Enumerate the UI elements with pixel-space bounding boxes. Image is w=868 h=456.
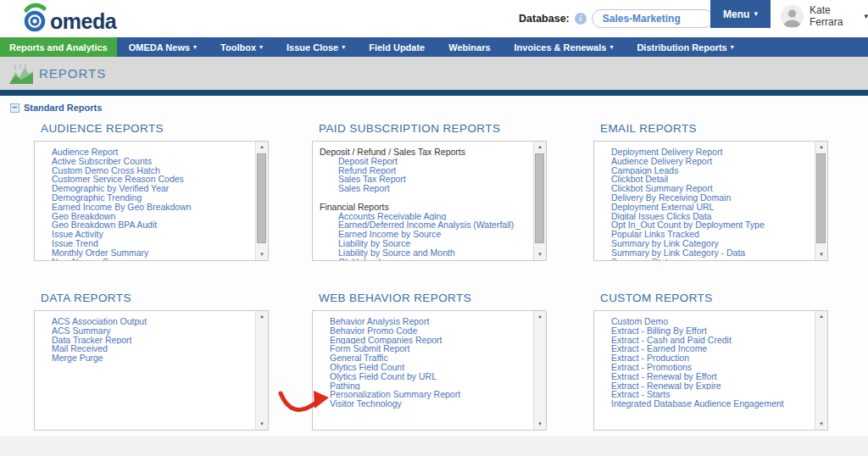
report-link[interactable]: Extract - Renewal by Effort bbox=[594, 372, 815, 381]
report-link[interactable]: Extract - Renewal by Expire bbox=[594, 381, 815, 391]
nav-item-reports-and-analytics[interactable]: Reports and Analytics bbox=[0, 37, 117, 57]
report-link[interactable]: Sales Report bbox=[313, 184, 533, 193]
scroll-up-icon[interactable]: ▲ bbox=[815, 311, 827, 322]
chevron-down-icon: ▾ bbox=[193, 44, 197, 51]
scroll-down-icon[interactable]: ▼ bbox=[815, 249, 827, 260]
report-link[interactable]: Integrated Database Audience Engagement bbox=[594, 399, 815, 409]
report-link[interactable]: Active Subscriber Counts bbox=[35, 157, 255, 166]
info-icon[interactable]: i bbox=[575, 13, 587, 25]
scrollbar-thumb[interactable] bbox=[535, 153, 544, 243]
report-link[interactable]: Issue Trend bbox=[35, 239, 255, 248]
report-link[interactable]: Customer Service Reason Codes bbox=[35, 175, 255, 184]
report-link[interactable]: Opt In_Out Count by Deployment Type bbox=[594, 220, 815, 230]
report-link[interactable]: Geo Breakdown bbox=[35, 212, 255, 221]
report-link[interactable]: New Names Source bbox=[35, 258, 255, 260]
scroll-up-icon[interactable]: ▲ bbox=[534, 311, 546, 322]
scroll-down-icon[interactable]: ▼ bbox=[256, 419, 268, 430]
nav-item-field-update[interactable]: Field Update bbox=[357, 37, 437, 57]
report-link[interactable]: Summary by Link Category bbox=[594, 239, 815, 248]
scrollbar[interactable]: ▲▼ bbox=[815, 142, 827, 260]
report-link[interactable]: GL Upload bbox=[313, 258, 533, 260]
report-link[interactable]: Extract - Production bbox=[594, 353, 815, 363]
report-link[interactable]: Sales Tax Report bbox=[313, 175, 533, 184]
scroll-up-icon[interactable]: ▲ bbox=[534, 142, 546, 153]
scrollbar[interactable]: ▲▼ bbox=[533, 142, 546, 260]
report-link[interactable]: Behavior Analysis Report bbox=[313, 317, 533, 326]
report-link[interactable]: ACS Association Output bbox=[35, 317, 255, 326]
report-link[interactable]: Audience Report bbox=[35, 147, 255, 157]
report-link[interactable]: Deployment External URL bbox=[594, 203, 815, 212]
report-link[interactable]: Clickbot Detail bbox=[594, 175, 815, 184]
report-link[interactable]: Liability by Source and Month bbox=[313, 248, 533, 258]
scroll-down-icon[interactable]: ▼ bbox=[256, 249, 268, 260]
report-link[interactable]: Data Tracker Report bbox=[35, 336, 255, 345]
report-link[interactable]: Clickbot Summary Report bbox=[594, 184, 815, 193]
nav-item-distribution-reports[interactable]: Distribution Reports▾ bbox=[625, 37, 745, 57]
nav-item-webinars[interactable]: Webinars bbox=[437, 37, 502, 57]
report-link[interactable]: Accounts Receivable Aging bbox=[313, 212, 533, 221]
report-link[interactable]: Issue Activity bbox=[35, 230, 255, 239]
report-link[interactable]: Refund Report bbox=[313, 166, 533, 175]
scroll-up-icon[interactable]: ▲ bbox=[256, 311, 268, 322]
scrollbar[interactable]: ▲▼ bbox=[533, 311, 546, 430]
report-link[interactable]: Olytics Field Count by URL bbox=[313, 372, 533, 381]
user-menu[interactable]: Kate Ferrara ▾ bbox=[781, 4, 868, 28]
scroll-up-icon[interactable]: ▲ bbox=[815, 142, 827, 153]
report-link[interactable]: Audience Delivery Report bbox=[594, 157, 815, 166]
nav-item-toolbox[interactable]: Toolbox▾ bbox=[209, 37, 275, 57]
database-input[interactable] bbox=[592, 9, 714, 28]
nav-item-issue-close[interactable]: Issue Close▾ bbox=[275, 37, 357, 57]
report-link[interactable]: Custom Demo bbox=[594, 317, 815, 326]
report-link[interactable]: Geo Breakdown BPA Audit bbox=[35, 220, 255, 230]
report-link[interactable]: Extract - Starts bbox=[594, 390, 815, 399]
report-link[interactable]: Summary by Link Category - Data bbox=[594, 248, 815, 258]
report-link[interactable]: Olytics Field Count bbox=[313, 363, 533, 372]
report-link[interactable]: Deployment Delivery Report bbox=[594, 147, 815, 157]
report-link[interactable]: Summary Stats bbox=[594, 258, 815, 260]
report-link[interactable]: Deposit Report bbox=[313, 157, 533, 166]
top-bar: omeda Database: i Menu ▾ Kate Ferrara ▾ bbox=[0, 0, 868, 37]
report-link[interactable]: Engaged Companies Report bbox=[313, 336, 533, 345]
report-link[interactable]: Merge Purge bbox=[35, 353, 255, 363]
report-link[interactable]: Behavior Promo Code bbox=[313, 326, 533, 336]
report-link[interactable]: Digital Issues Clicks Data bbox=[594, 212, 815, 221]
scroll-up-icon[interactable]: ▲ bbox=[256, 142, 268, 153]
scrollbar[interactable]: ▲▼ bbox=[255, 142, 268, 260]
report-link[interactable]: Personalization Summary Report bbox=[313, 390, 533, 399]
report-link[interactable]: Visitor Technology bbox=[313, 399, 533, 409]
nav-item-label: Reports and Analytics bbox=[9, 42, 108, 53]
report-link[interactable]: Demographic Trending bbox=[35, 193, 255, 203]
report-link[interactable]: Demographic by Verified Year bbox=[35, 184, 255, 193]
report-link[interactable]: ACS Summary bbox=[35, 326, 255, 336]
report-link[interactable]: Delivery By Receiving Domain bbox=[594, 193, 815, 203]
nav-item-label: Issue Close bbox=[287, 42, 338, 53]
collapse-icon[interactable]: − bbox=[10, 103, 19, 113]
report-link[interactable]: Earned Income By Geo Breakdown bbox=[35, 203, 255, 212]
scrollbar[interactable]: ▲▼ bbox=[815, 311, 827, 430]
report-link[interactable]: Monthly Order Summary bbox=[35, 248, 255, 258]
standard-reports-toggle[interactable]: − Standard Reports bbox=[10, 103, 102, 113]
nav-item-omeda-news[interactable]: OMEDA News▾ bbox=[117, 37, 209, 57]
report-link[interactable]: Extract - Billing By Effort bbox=[594, 326, 815, 336]
scrollbar-thumb[interactable] bbox=[257, 153, 266, 243]
menu-button[interactable]: Menu ▾ bbox=[710, 0, 771, 28]
report-link[interactable]: Earned Income by Source bbox=[313, 230, 533, 239]
report-link[interactable]: Pathing bbox=[313, 381, 533, 391]
report-link[interactable]: General Traffic bbox=[313, 353, 533, 363]
scroll-down-icon[interactable]: ▼ bbox=[534, 419, 546, 430]
scroll-down-icon[interactable]: ▼ bbox=[815, 419, 827, 430]
report-link[interactable]: Mail Received bbox=[35, 344, 255, 353]
nav-item-invoices-renewals[interactable]: Invoices & Renewals▾ bbox=[503, 37, 626, 57]
report-link[interactable]: Liability by Source bbox=[313, 239, 533, 248]
scrollbar[interactable]: ▲▼ bbox=[255, 311, 268, 430]
report-link[interactable]: Extract - Earned Income bbox=[594, 344, 815, 353]
report-link[interactable]: Form Submit Report bbox=[313, 344, 533, 353]
scroll-down-icon[interactable]: ▼ bbox=[534, 249, 546, 260]
report-link[interactable]: Extract - Cash and Paid Credit bbox=[594, 336, 815, 345]
report-link[interactable]: Earned/Deferred Income Analysis (Waterfa… bbox=[313, 220, 533, 230]
report-link[interactable]: Custom Demo Cross Hatch bbox=[35, 166, 255, 175]
report-link[interactable]: Campaign Leads bbox=[594, 166, 815, 175]
report-link[interactable]: Popular Links Tracked bbox=[594, 230, 815, 239]
scrollbar-thumb[interactable] bbox=[816, 153, 826, 243]
report-link[interactable]: Extract - Promotions bbox=[594, 363, 815, 372]
